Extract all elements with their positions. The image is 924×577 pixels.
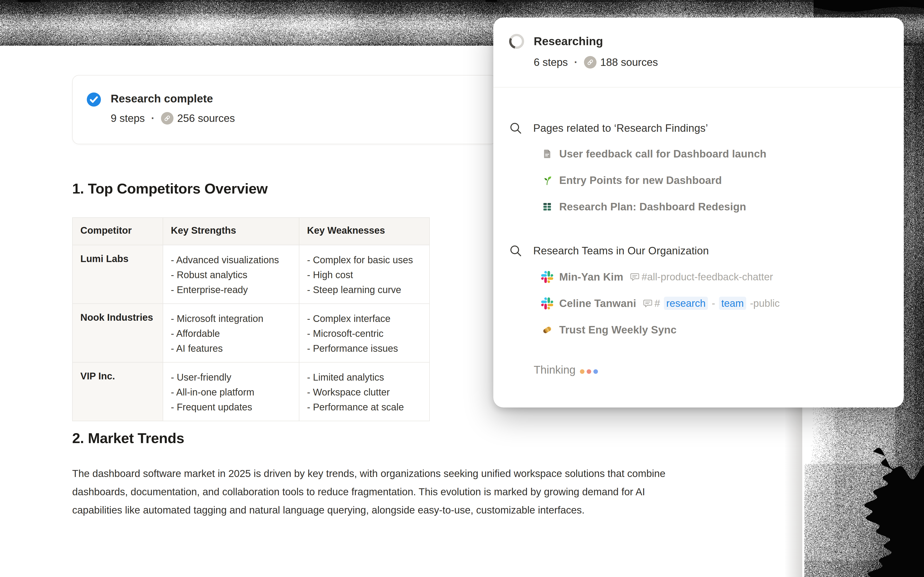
cell-line: - Microsoft-centric [307, 326, 422, 341]
search-query-text: Pages related to ‘Research Findings’ [533, 122, 708, 134]
strengths-cell: - User-friendly - All-in-one platform - … [163, 362, 299, 421]
status-meta: 9 steps · 256 sources [111, 111, 235, 125]
thinking-dots-icon [580, 369, 600, 374]
section-heading-market-trends: 2. Market Trends [72, 430, 184, 446]
cell-line: - Complex interface [307, 311, 422, 326]
result-item-label[interactable]: Trust Eng Weekly Sync [559, 324, 677, 336]
search-query-teams: Research Teams in Our Organization [509, 243, 709, 259]
channel-part: - [709, 298, 718, 309]
sources-count[interactable]: 256 sources [177, 111, 235, 125]
strengths-cell: - Microsoft integration - Affordable - A… [163, 304, 299, 362]
comment-icon [643, 298, 653, 309]
status-title: Research complete [111, 91, 235, 106]
table-row: Lumi Labs - Advanced visualizations - Ro… [73, 245, 430, 304]
loading-spinner-icon [509, 34, 525, 49]
separator-dot: · [151, 111, 155, 125]
section-heading-competitors: 1. Top Competitors Overview [72, 180, 268, 197]
cell-line: - Enterprise-ready [171, 282, 291, 297]
column-header-weaknesses: Key Weaknesses [299, 218, 430, 245]
weaknesses-cell: - Limited analytics - Workspace clutter … [299, 362, 430, 421]
result-item-label[interactable]: Research Plan: Dashboard Redesign [559, 201, 746, 213]
competitor-name: Nook Industries [73, 304, 163, 362]
slack-icon [541, 297, 553, 309]
steps-count: 9 steps [111, 111, 145, 125]
table-icon [541, 200, 553, 213]
table-header-row: Competitor Key Strengths Key Weaknesses [73, 218, 430, 245]
slack-channel[interactable]: #all-product-feedback-chatter [641, 271, 773, 283]
result-item-label[interactable]: Entry Points for new Dashboard [559, 174, 722, 186]
table-row: Nook Industries - Microsoft integration … [73, 304, 430, 362]
cell-line: - AI features [171, 341, 291, 356]
cell-line: - Limited analytics [307, 370, 422, 385]
cell-line: - Workspace clutter [307, 385, 422, 400]
steps-count: 6 steps [534, 56, 568, 69]
cell-line: - Robust analytics [171, 268, 291, 282]
competitor-name: VIP Inc. [73, 362, 163, 421]
result-item-user-feedback[interactable]: User feedback call for Dashboard launch [541, 146, 766, 161]
panel-meta: 6 steps · 188 sources [534, 56, 658, 69]
cell-line: - Steep learning curve [307, 282, 422, 297]
result-item-min-yan-kim[interactable]: Min-Yan Kim #all-product-feedback-chatte… [541, 269, 773, 285]
cell-line: - High cost [307, 268, 422, 282]
panel-divider [493, 87, 904, 87]
search-icon [509, 121, 523, 135]
result-item-celine-tanwani[interactable]: Celine Tanwani # research - team -public [541, 296, 780, 311]
sources-count[interactable]: 188 sources [600, 56, 658, 69]
strengths-cell: - Advanced visualizations - Robust analy… [163, 245, 299, 304]
document-icon [541, 148, 553, 160]
result-item-label[interactable]: User feedback call for Dashboard launch [559, 148, 766, 160]
separator-dot: · [574, 56, 578, 69]
weaknesses-cell: - Complex for basic uses - High cost - S… [299, 245, 430, 304]
sources-link-icon [584, 56, 596, 69]
burrito-icon [541, 324, 553, 336]
sources-link-icon [161, 112, 173, 124]
table-row: VIP Inc. - User-friendly - All-in-one pl… [73, 362, 430, 421]
weaknesses-cell: - Complex interface - Microsoft-centric … [299, 304, 430, 362]
slack-channel[interactable]: # research - team -public [654, 298, 780, 309]
result-item-trust-eng-sync[interactable]: Trust Eng Weekly Sync [541, 322, 677, 338]
channel-part: -public [747, 298, 780, 309]
search-icon [509, 244, 523, 258]
result-item-label[interactable]: Celine Tanwani [559, 297, 636, 309]
search-query-pages: Pages related to ‘Research Findings’ [509, 120, 708, 136]
research-complete-card[interactable]: Research complete 9 steps · 256 sources [72, 75, 497, 144]
stage: Research complete 9 steps · 256 sources … [0, 0, 924, 577]
cell-line: - All-in-one platform [171, 385, 291, 400]
check-circle-icon [86, 92, 102, 107]
result-item-entry-points[interactable]: Entry Points for new Dashboard [541, 172, 722, 188]
channel-link-team[interactable]: team [719, 297, 746, 310]
cell-line: - Performance issues [307, 341, 422, 356]
cell-line: - Microsoft integration [171, 311, 291, 326]
slack-icon [541, 271, 553, 283]
thinking-label: Thinking [534, 363, 575, 376]
search-query-text: Research Teams in Our Organization [533, 245, 709, 257]
column-header-strengths: Key Strengths [163, 218, 299, 245]
result-item-label[interactable]: Min-Yan Kim [559, 271, 623, 283]
panel-header: Researching 6 steps · 188 sources [493, 18, 904, 87]
competitors-table: Competitor Key Strengths Key Weaknesses … [72, 218, 430, 421]
channel-link-research[interactable]: research [664, 297, 708, 310]
result-item-research-plan[interactable]: Research Plan: Dashboard Redesign [541, 199, 746, 214]
status-text: Research complete 9 steps · 256 sources [111, 91, 235, 125]
competitor-name: Lumi Labs [73, 245, 163, 304]
cell-line: - User-friendly [171, 370, 291, 385]
channel-part: # [654, 298, 663, 309]
panel-title: Researching [534, 34, 603, 49]
cell-line: - Frequent updates [171, 400, 291, 414]
market-trends-paragraph: The dashboard software market in 2025 is… [72, 464, 669, 519]
cell-line: - Advanced visualizations [171, 253, 291, 268]
sprout-icon [541, 174, 553, 187]
thinking-status: Thinking [534, 363, 600, 376]
cell-line: - Affordable [171, 326, 291, 341]
research-progress-panel: Researching 6 steps · 188 sources Pag [493, 18, 904, 408]
cell-line: - Performance at scale [307, 400, 422, 414]
column-header-competitor: Competitor [73, 218, 163, 245]
comment-icon [630, 272, 640, 282]
cell-line: - Complex for basic uses [307, 253, 422, 268]
